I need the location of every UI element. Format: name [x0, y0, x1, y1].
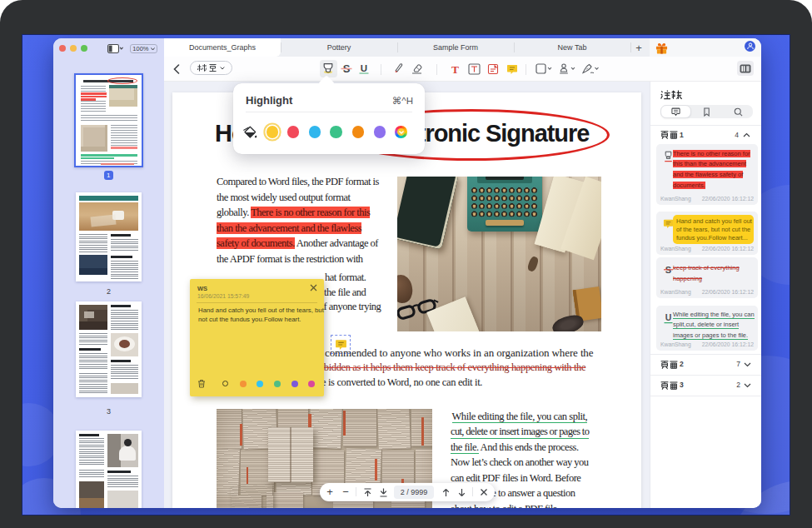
svg-text:U: U — [361, 63, 367, 73]
svg-text:T: T — [451, 63, 458, 75]
svg-text:U: U — [665, 312, 672, 322]
